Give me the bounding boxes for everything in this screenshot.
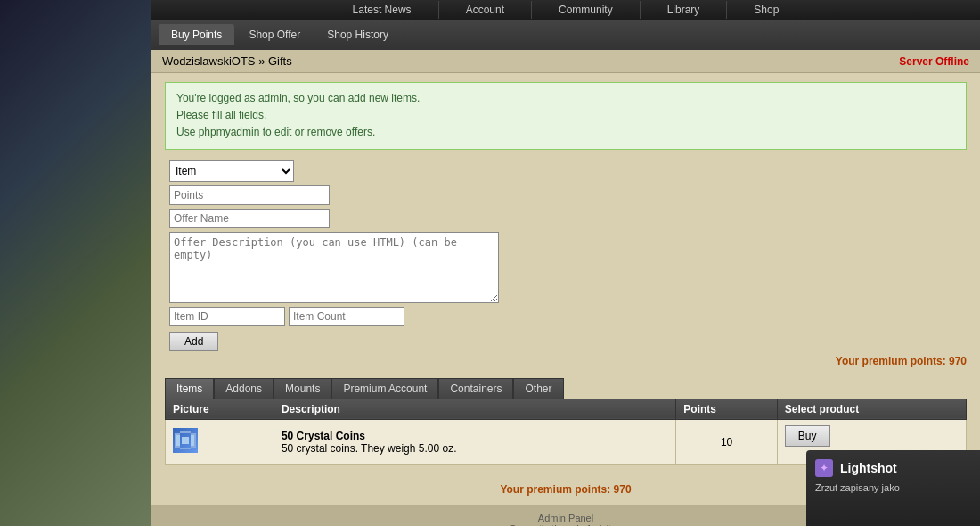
tab-other[interactable]: Other xyxy=(513,378,563,399)
svg-rect-1 xyxy=(180,431,191,433)
premium-value: 970 xyxy=(949,355,967,367)
nav-shop-history[interactable]: Shop History xyxy=(314,24,401,45)
top-navigation: Latest News Account Community Library Sh… xyxy=(151,0,980,20)
product-points-value: 10 xyxy=(721,436,732,448)
col-select-product: Select product xyxy=(777,399,966,419)
product-text: 50 crystal coins. They weigh 5.00 oz. xyxy=(282,442,457,455)
background-decoration xyxy=(0,0,151,526)
table-header-row: Picture Description Points Select produc… xyxy=(166,399,967,419)
product-title: 50 Crystal Coins xyxy=(282,430,365,442)
lightshot-text: Zrzut zapisany jako xyxy=(815,482,971,493)
add-button[interactable]: Add xyxy=(169,332,218,351)
col-points: Points xyxy=(676,399,777,419)
main-container: Latest News Account Community Library Sh… xyxy=(151,0,980,526)
svg-rect-5 xyxy=(176,435,180,446)
nav-shop[interactable]: Shop xyxy=(727,1,805,19)
notice-line3: Use phpmyadmin to edit or remove offers. xyxy=(176,124,955,141)
breadcrumb-separator: » xyxy=(256,54,268,68)
breadcrumb-bar: WodzislawskiOTS » Gifts Server Offline xyxy=(151,50,980,73)
premium-label: Your premium points: xyxy=(836,355,946,367)
lightshot-notification: ✦ Lightshot Zrzut zapisany jako xyxy=(806,450,980,526)
description-input[interactable] xyxy=(169,232,499,303)
tab-addons[interactable]: Addons xyxy=(214,378,274,399)
nav-community[interactable]: Community xyxy=(532,1,641,19)
notice-line2: Please fill all fields. xyxy=(176,107,955,124)
admin-notice: You're logged as admin, so you can add n… xyxy=(165,82,967,150)
tab-containers[interactable]: Containers xyxy=(438,378,513,399)
nav-latest-news[interactable]: Latest News xyxy=(326,1,439,19)
product-points-cell: 10 xyxy=(676,419,777,464)
offer-name-input[interactable] xyxy=(169,209,330,228)
svg-rect-4 xyxy=(182,437,189,444)
nav-buy-points[interactable]: Buy Points xyxy=(159,24,234,45)
product-icon xyxy=(173,428,198,453)
content-area: You're logged as admin, so you can add n… xyxy=(151,73,980,474)
breadcrumb-page: Gifts xyxy=(268,54,292,68)
item-id-input[interactable] xyxy=(169,307,285,326)
tab-items[interactable]: Items xyxy=(165,378,214,399)
premium-bottom-value: 970 xyxy=(614,483,632,496)
nav-account[interactable]: Account xyxy=(439,1,532,19)
svg-rect-2 xyxy=(180,448,191,449)
premium-bottom-label: Your premium points: xyxy=(500,483,610,496)
breadcrumb: WodzislawskiOTS » Gifts xyxy=(162,54,292,68)
id-count-row xyxy=(169,307,962,326)
secondary-navigation: Buy Points Shop Offer Shop History xyxy=(151,20,980,50)
add-item-form: Item Add xyxy=(165,160,967,351)
premium-points-top: Your premium points: 970 xyxy=(165,351,967,371)
product-picture-cell xyxy=(166,419,274,464)
nav-shop-offer[interactable]: Shop Offer xyxy=(236,24,313,45)
item-type-select[interactable]: Item xyxy=(169,160,294,182)
col-picture: Picture xyxy=(166,399,274,419)
breadcrumb-user-link[interactable]: WodzislawskiOTS xyxy=(162,54,256,68)
svg-rect-6 xyxy=(191,435,194,446)
product-description-cell: 50 Crystal Coins 50 crystal coins. They … xyxy=(274,419,675,464)
tab-premium-account[interactable]: Premium Account xyxy=(331,378,438,399)
tab-mounts[interactable]: Mounts xyxy=(274,378,331,399)
shop-tabs: Items Addons Mounts Premium Account Cont… xyxy=(165,378,967,399)
nav-library[interactable]: Library xyxy=(641,1,728,19)
server-status: Server Offline xyxy=(899,55,969,68)
buy-button[interactable]: Buy xyxy=(785,425,830,447)
lightshot-header: ✦ Lightshot xyxy=(815,459,971,477)
item-count-input[interactable] xyxy=(289,307,404,326)
col-description: Description xyxy=(274,399,675,419)
lightshot-title: Lightshot xyxy=(840,461,897,475)
notice-line1: You're logged as admin, so you can add n… xyxy=(176,90,955,107)
lightshot-icon: ✦ xyxy=(815,459,833,477)
points-input[interactable] xyxy=(169,185,330,205)
